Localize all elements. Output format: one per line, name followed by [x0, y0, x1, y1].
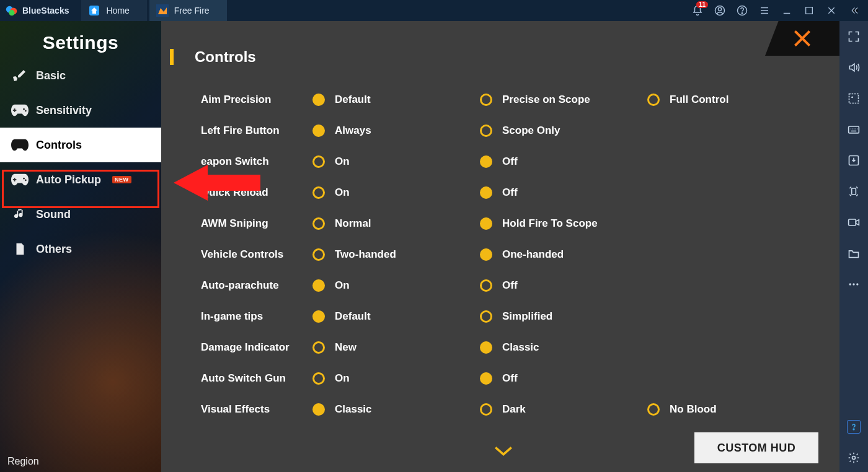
setting-option[interactable]: On [312, 372, 480, 385]
document-icon [11, 242, 29, 256]
option-label: Off [502, 155, 518, 168]
settings-row: AWM SnipingNormalHold Fire To Scope [201, 208, 839, 239]
settings-row: Damage IndicatorNewClassic [201, 332, 839, 363]
radio-icon [312, 94, 325, 106]
setting-option[interactable]: Default [312, 310, 480, 323]
fullscreen-icon[interactable] [847, 30, 861, 43]
setting-option[interactable]: Normal [312, 217, 480, 230]
option-label: Precise on Scope [502, 94, 590, 106]
svg-point-21 [25, 180, 27, 181]
settings-panel: Controls Aim PrecisionDefaultPrecise on … [161, 21, 839, 472]
shake-icon[interactable] [847, 185, 861, 198]
setting-option[interactable]: Always [312, 125, 480, 137]
tab-home[interactable]: Home [81, 0, 146, 21]
setting-option[interactable]: Full Control [647, 94, 771, 106]
svg-point-12 [23, 108, 25, 110]
help-rail-icon[interactable] [847, 420, 861, 434]
setting-option[interactable]: On [312, 186, 480, 199]
keymap-icon[interactable] [847, 92, 861, 105]
radio-icon [480, 94, 492, 106]
setting-option[interactable]: Simplified [480, 310, 647, 323]
setting-option[interactable]: Hold Fire To Scope [480, 217, 647, 230]
option-label: Classic [335, 403, 372, 416]
svg-point-30 [856, 283, 858, 285]
sidebar-item-sensitivity[interactable]: Sensitivity [0, 93, 161, 128]
radio-icon [647, 94, 660, 106]
help-icon[interactable] [737, 5, 748, 16]
setting-option[interactable]: Precise on Scope [480, 94, 647, 106]
setting-option[interactable]: Off [480, 186, 647, 199]
sidebar-item-basic-label: Basic [36, 69, 66, 82]
setting-option[interactable]: Off [480, 279, 647, 292]
sidebar-item-others[interactable]: Others [0, 232, 161, 266]
setting-option[interactable]: Classic [480, 341, 647, 354]
option-label: Off [502, 186, 518, 199]
custom-hud-button[interactable]: CUSTOM HUD [694, 432, 818, 463]
sidebar-item-others-label: Others [36, 243, 72, 256]
settings-sidebar: Settings Basic Sensitivity Controls Auto… [0, 21, 161, 472]
sidebar-item-basic[interactable]: Basic [0, 58, 161, 93]
setting-option[interactable]: Off [480, 155, 647, 168]
radio-icon [480, 403, 492, 416]
svg-point-8 [742, 12, 743, 14]
sidebar-item-controls[interactable]: Controls [0, 128, 161, 162]
setting-option[interactable]: No Blood [647, 403, 771, 416]
svg-point-6 [718, 7, 721, 11]
folder-icon[interactable] [847, 247, 861, 260]
setting-option[interactable]: Classic [312, 403, 480, 416]
controller-icon [11, 172, 29, 187]
radio-icon [480, 155, 492, 168]
setting-option[interactable]: New [312, 341, 480, 354]
panel-title: Controls [195, 48, 256, 66]
close-panel-button[interactable] [765, 21, 839, 56]
radio-icon [480, 279, 492, 292]
record-icon[interactable] [847, 216, 861, 229]
setting-label: Visual Effects [201, 403, 312, 416]
setting-option[interactable]: Scope Only [480, 125, 647, 137]
sidebar-item-autopickup-label: Auto Pickup [36, 173, 101, 186]
setting-option[interactable]: Off [480, 372, 647, 385]
radio-icon [312, 186, 325, 199]
region-label[interactable]: Region [7, 456, 39, 467]
close-window-icon[interactable] [826, 5, 837, 16]
option-label: Full Control [670, 94, 728, 106]
radio-icon [480, 217, 492, 230]
radio-icon [480, 186, 492, 199]
gear-icon[interactable] [847, 451, 861, 465]
svg-point-16 [23, 143, 25, 145]
maximize-icon[interactable] [804, 5, 815, 16]
collapse-icon[interactable] [848, 5, 859, 16]
sidebar-item-autopickup[interactable]: Auto Pickup NEW [0, 162, 161, 197]
tab-freefire[interactable]: Free Fire [149, 0, 227, 21]
scroll-down-icon[interactable] [493, 443, 514, 462]
option-label: Normal [335, 217, 371, 230]
settings-row: Auto-parachuteOnOff [201, 270, 839, 301]
svg-point-17 [25, 145, 27, 147]
install-apk-icon[interactable] [847, 154, 861, 167]
option-label: No Blood [670, 403, 717, 416]
keyboard-icon[interactable] [847, 123, 861, 136]
user-icon[interactable] [714, 5, 725, 16]
setting-label: Quick Reload [201, 186, 312, 199]
minimize-icon[interactable] [781, 5, 792, 16]
setting-option[interactable]: One-handed [480, 248, 647, 261]
sidebar-item-sound[interactable]: Sound [0, 197, 161, 232]
option-label: On [335, 279, 350, 292]
setting-option[interactable]: Dark [480, 403, 647, 416]
setting-option[interactable]: On [312, 155, 480, 168]
option-label: Dark [502, 403, 526, 416]
bell-icon[interactable]: 11 [692, 5, 703, 16]
radio-icon [312, 279, 325, 292]
radio-icon [312, 403, 325, 416]
tab-freefire-label: Free Fire [174, 6, 210, 15]
window-controls-group: 11 [692, 5, 868, 16]
radio-icon [312, 217, 325, 230]
more-icon[interactable] [847, 278, 861, 291]
svg-rect-9 [806, 7, 813, 14]
setting-option[interactable]: Default [312, 94, 480, 106]
setting-option[interactable]: On [312, 279, 480, 292]
setting-option[interactable]: Two-handed [312, 248, 480, 261]
volume-icon[interactable] [847, 61, 861, 74]
svg-point-23 [852, 97, 853, 98]
hamburger-icon[interactable] [759, 5, 770, 16]
